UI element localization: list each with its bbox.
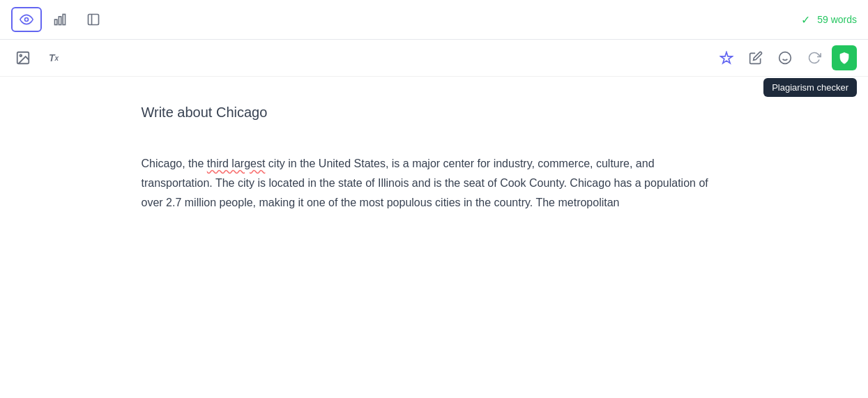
svg-rect-2 — [59, 17, 61, 25]
emoji-button[interactable] — [773, 46, 797, 70]
word-count-label: 59 words — [817, 14, 857, 25]
plugin-button[interactable] — [715, 46, 738, 70]
chart-view-button[interactable] — [45, 7, 75, 32]
svg-point-0 — [25, 18, 29, 22]
sidebar-view-button[interactable] — [78, 7, 109, 32]
top-toolbar: ✓ 59 words — [0, 0, 868, 40]
format-tools-left: Tx — [11, 46, 66, 70]
word-count-area: ✓ 59 words — [801, 13, 857, 26]
plagiarism-tooltip: Plagiarism checker — [763, 78, 857, 97]
svg-rect-1 — [55, 20, 57, 25]
main-content: Write about Chicago Chicago, the third l… — [100, 77, 769, 240]
svg-point-8 — [779, 52, 791, 64]
prompt-text: Write about Chicago — [142, 105, 727, 121]
format-toolbar: Tx — [0, 40, 868, 77]
clear-format-button[interactable]: Tx — [42, 46, 66, 70]
format-tools-right: Plagiarism checker — [715, 45, 857, 70]
plagiarism-checker-button[interactable] — [832, 45, 857, 70]
eye-view-button[interactable] — [11, 7, 42, 32]
view-toggle-group — [11, 7, 109, 32]
image-insert-button[interactable] — [11, 46, 35, 70]
refresh-button[interactable] — [802, 46, 826, 70]
svg-rect-3 — [63, 15, 65, 25]
article-body: Chicago, the third largest city in the U… — [142, 154, 727, 213]
svg-point-7 — [20, 54, 22, 56]
check-icon: ✓ — [801, 13, 810, 26]
svg-rect-4 — [89, 15, 99, 25]
flagged-text: third largest — [207, 158, 266, 169]
plagiarism-checker-container: Plagiarism checker — [832, 45, 857, 70]
edit-button[interactable] — [744, 46, 768, 70]
